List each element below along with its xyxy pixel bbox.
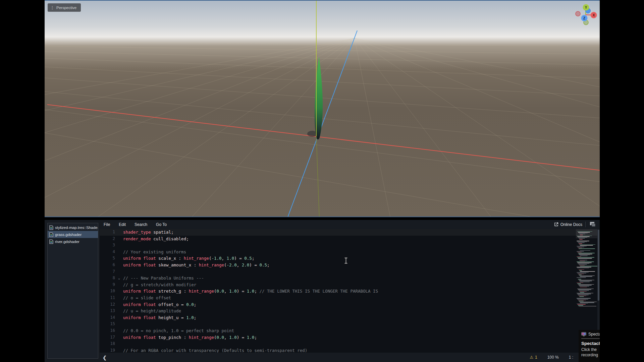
notification-title: Spectacle bbox=[581, 341, 600, 346]
code-line[interactable]: 3 bbox=[100, 242, 597, 249]
code-line[interactable]: 12uniform float offset_o = 0.0; bbox=[100, 301, 597, 308]
code-line[interactable]: 13// u = height/amplitude bbox=[100, 308, 597, 314]
code-line[interactable]: 4// Your existing uniforms bbox=[100, 249, 597, 255]
line-number: 13 bbox=[100, 308, 115, 314]
code-editor[interactable]: 1shader_type spatial;2render_mode cull_d… bbox=[100, 229, 597, 353]
line-number: 15 bbox=[100, 321, 115, 327]
notification-divider bbox=[581, 338, 600, 339]
fold-gutter bbox=[115, 262, 123, 268]
fold-gutter bbox=[115, 308, 123, 314]
line-number: 10 bbox=[100, 288, 115, 295]
file-list-item[interactable]: river.gdshader bbox=[48, 238, 98, 245]
history-back-button[interactable]: ❮ bbox=[103, 355, 107, 360]
mouse-ibeam-cursor bbox=[344, 257, 348, 265]
shader-file-list[interactable]: stylized-map.tres::Shade...grass.gdshade… bbox=[47, 223, 98, 359]
code-line[interactable]: 17uniform float top_pinch : hint_range(0… bbox=[100, 334, 597, 341]
fold-gutter bbox=[115, 229, 123, 236]
caret-position: 1 : bbox=[569, 355, 573, 360]
file-list-item[interactable]: stylized-map.tres::Shade... bbox=[48, 224, 98, 231]
fold-gutter bbox=[115, 249, 123, 255]
online-docs-button[interactable]: Online Docs bbox=[554, 220, 582, 229]
code-text: uniform float offset_o = 0.0; bbox=[123, 301, 196, 308]
shader-file-icon bbox=[49, 232, 53, 237]
code-text: uniform float skew_amount_x : hint_range… bbox=[123, 262, 270, 268]
code-line[interactable]: 9// g = stretch/width modifier bbox=[100, 282, 597, 288]
file-list-item[interactable]: grass.gdshader bbox=[48, 231, 98, 238]
code-text: // Your existing uniforms bbox=[123, 249, 186, 255]
fold-gutter bbox=[115, 295, 123, 301]
code-text: uniform float scale_x : hint_range(-1.0,… bbox=[123, 255, 254, 262]
code-text: uniform float height_u = 1.0; bbox=[123, 314, 196, 321]
warnings-indicator[interactable]: ⚠ 1 bbox=[530, 355, 537, 360]
float-panel-button[interactable] bbox=[590, 222, 596, 227]
3d-viewport[interactable]: Z Y X ⋮ Perspective bbox=[45, 0, 600, 217]
code-line[interactable]: 14uniform float height_u = 1.0; bbox=[100, 314, 597, 321]
view-menu-dots-icon: ⋮ bbox=[50, 5, 54, 10]
notification-body-line2: recording bbox=[581, 352, 600, 358]
menu-edit[interactable]: Edit bbox=[114, 222, 130, 227]
code-line[interactable]: 11// o = slide offset bbox=[100, 295, 597, 301]
code-text: // 0.0 = no pinch, 1.0 = perfect sharp p… bbox=[123, 327, 234, 334]
fold-gutter bbox=[115, 268, 123, 275]
line-number: 11 bbox=[100, 295, 115, 301]
fold-gutter bbox=[115, 347, 123, 353]
code-line[interactable]: 2render_mode cull_disabled; bbox=[100, 236, 597, 242]
code-line[interactable]: 1shader_type spatial; bbox=[100, 229, 597, 236]
code-line[interactable]: 15 bbox=[100, 321, 597, 327]
line-number: 19 bbox=[100, 347, 115, 353]
shader-editor-panel: stylized-map.tres::Shade...grass.gdshade… bbox=[45, 220, 600, 362]
line-number: 16 bbox=[100, 327, 115, 334]
code-line[interactable]: 19// For an RGBA color with transparency… bbox=[100, 347, 597, 353]
shader-menu-bar: FileEditSearchGo To bbox=[99, 220, 171, 229]
shader-file-icon bbox=[49, 239, 53, 244]
perspective-menu-button[interactable]: ⋮ Perspective bbox=[48, 3, 81, 12]
code-line[interactable]: 8⌄// --- New Parabola Uniforms --- bbox=[100, 275, 597, 282]
code-scrollbar-thumb[interactable] bbox=[598, 230, 599, 301]
captured-screen: Z Y X ⋮ Perspective stylized-map.tres::S… bbox=[45, 0, 600, 362]
line-number: 4 bbox=[100, 249, 115, 255]
line-number: 2 bbox=[100, 236, 115, 242]
code-line[interactable]: 6uniform float skew_amount_x : hint_rang… bbox=[100, 262, 597, 268]
shader-file-icon bbox=[49, 225, 53, 230]
code-line[interactable]: 10uniform float stretch_g : hint_range(0… bbox=[100, 288, 597, 295]
code-line[interactable]: 18 bbox=[100, 341, 597, 347]
warning-icon: ⚠ bbox=[530, 355, 533, 360]
code-line[interactable]: 7 bbox=[100, 268, 597, 275]
online-docs-label: Online Docs bbox=[560, 222, 582, 227]
code-text: shader_type spatial; bbox=[123, 229, 174, 236]
line-number: 1 bbox=[100, 229, 115, 236]
code-minimap[interactable] bbox=[576, 230, 597, 311]
fold-gutter bbox=[115, 334, 123, 341]
fold-gutter bbox=[115, 341, 123, 347]
fold-gutter bbox=[115, 242, 123, 249]
code-line[interactable]: 16// 0.0 = no pinch, 1.0 = perfect sharp… bbox=[100, 327, 597, 334]
menu-file[interactable]: File bbox=[99, 222, 114, 227]
line-number: 3 bbox=[100, 242, 115, 249]
zoom-percent[interactable]: 100 % bbox=[547, 355, 559, 360]
line-number: 12 bbox=[100, 301, 115, 308]
file-name: stylized-map.tres::Shade... bbox=[55, 226, 98, 230]
menu-go-to[interactable]: Go To bbox=[152, 222, 171, 227]
menu-search[interactable]: Search bbox=[130, 222, 152, 227]
code-text: uniform float top_pinch : hint_range(0.0… bbox=[123, 334, 257, 341]
gizmo-z-label: Z bbox=[583, 16, 585, 20]
gizmo-neg-x-ball[interactable] bbox=[576, 11, 580, 16]
notification-body-line1: Click the bbox=[581, 347, 600, 352]
code-text: // u = height/amplitude bbox=[123, 308, 181, 314]
code-text: // g = stretch/width modifier bbox=[123, 282, 196, 288]
fold-gutter bbox=[115, 288, 123, 295]
spectacle-app-icon bbox=[581, 332, 586, 337]
file-name: grass.gdshader bbox=[55, 233, 82, 237]
recording-notification[interactable]: Spectacle Spectacle Click the recording bbox=[579, 330, 600, 362]
line-number: 14 bbox=[100, 314, 115, 321]
line-number: 6 bbox=[100, 262, 115, 268]
fold-arrow-icon[interactable]: ⌄ bbox=[115, 275, 123, 282]
code-line[interactable]: 5uniform float scale_x : hint_range(-1.0… bbox=[100, 255, 597, 262]
gizmo-x-label: X bbox=[593, 13, 595, 17]
viewport-render: Z Y X bbox=[45, 1, 600, 217]
code-text: // For an RGBA color with transparency (… bbox=[123, 347, 307, 353]
line-number: 7 bbox=[100, 268, 115, 275]
fold-gutter bbox=[115, 301, 123, 308]
external-link-icon bbox=[554, 222, 558, 227]
code-text: uniform float stretch_g : hint_range(0.0… bbox=[123, 288, 378, 295]
